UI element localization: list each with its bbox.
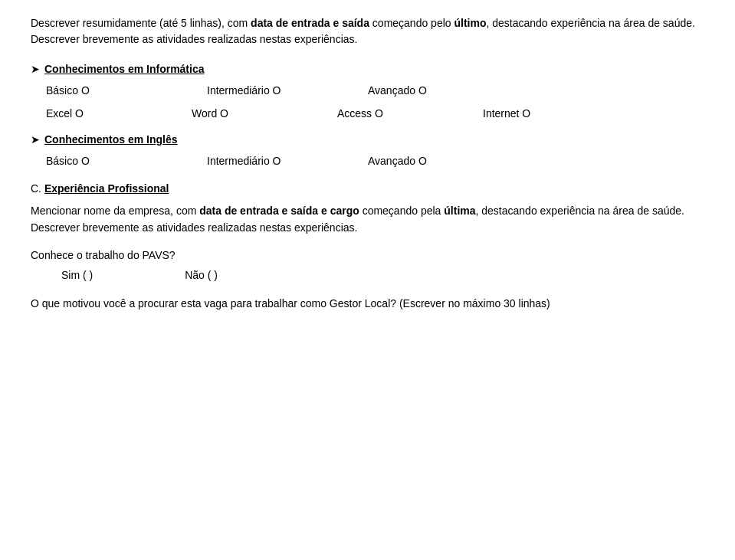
excel-item: Excel O	[46, 107, 161, 120]
section-c-heading: Experiência Profissional	[44, 182, 169, 195]
ingles-intermediario-label: Intermediário O	[207, 155, 281, 167]
section-c-title: C. Experiência Profissional	[31, 182, 704, 195]
section-c-label: C.	[31, 182, 44, 195]
intro-bold-2: último	[454, 17, 486, 29]
sim-item: Sim ( )	[61, 269, 93, 281]
software-row: Excel O Word O Access O Internet O	[31, 107, 704, 120]
ingles-heading-row: ➤ Conhecimentos em Inglês	[31, 133, 704, 146]
informatica-heading: Conhecimentos em Informática	[44, 63, 205, 75]
basico-item: Básico O	[46, 84, 161, 97]
exp-text-1: Mencionar nome da empresa, com	[31, 205, 199, 217]
sim-label: Sim ( )	[61, 269, 93, 281]
ingles-level-row: Básico O Intermediário O Avançado O	[31, 155, 704, 167]
section-c: C. Experiência Profissional	[31, 182, 704, 195]
excel-label: Excel O	[46, 107, 84, 120]
avancado-label: Avançado O	[368, 84, 427, 97]
ingles-basico-label: Básico O	[46, 155, 90, 167]
nao-label: Não ( )	[185, 269, 218, 281]
internet-item: Internet O	[483, 107, 598, 120]
informatica-level-row: Básico O Intermediário O Avançado O	[31, 84, 704, 97]
informatica-section: ➤ Conhecimentos em Informática Básico O …	[31, 63, 704, 120]
informatica-heading-row: ➤ Conhecimentos em Informática	[31, 63, 704, 75]
ingles-intermediario-item: Intermediário O	[207, 155, 322, 167]
intermediario-label: Intermediário O	[207, 84, 281, 97]
internet-label: Internet O	[483, 107, 530, 120]
intermediario-item: Intermediário O	[207, 84, 322, 97]
ingles-avancado-label: Avançado O	[368, 155, 427, 167]
nao-item: Não ( )	[185, 269, 218, 281]
ingles-section: ➤ Conhecimentos em Inglês Básico O Inter…	[31, 133, 704, 167]
ingles-basico-item: Básico O	[46, 155, 161, 167]
arrow-icon-ingles: ➤	[31, 133, 40, 146]
intro-bold-1: data de entrada e saída	[251, 17, 369, 29]
arrow-icon-informatica: ➤	[31, 63, 40, 75]
ingles-avancado-item: Avançado O	[368, 155, 483, 167]
pavs-question: Conhece o trabalho do PAVS?	[31, 249, 704, 261]
basico-label: Básico O	[46, 84, 90, 97]
intro-text-2: começando pelo	[369, 17, 454, 29]
access-item: Access O	[337, 107, 452, 120]
word-item: Word O	[192, 107, 307, 120]
experiencia-body: Mencionar nome da empresa, com data de e…	[31, 202, 704, 237]
pavs-question-text: Conhece o trabalho do PAVS?	[31, 249, 176, 261]
avancado-item: Avançado O	[368, 84, 483, 97]
word-label: Word O	[192, 107, 228, 120]
ingles-heading: Conhecimentos em Inglês	[44, 133, 177, 146]
sim-nao-row: Sim ( ) Não ( )	[31, 269, 704, 281]
intro-paragraph: Descrever resumidamente (até 5 linhas), …	[31, 15, 704, 47]
exp-bold-1: data de entrada e saída e cargo	[199, 205, 359, 217]
final-question: O que motivou você a procurar esta vaga …	[31, 295, 704, 312]
intro-text-1: Descrever resumidamente (até 5 linhas), …	[31, 17, 251, 29]
access-label: Access O	[337, 107, 383, 120]
exp-text-2: começando pela	[359, 205, 445, 217]
page-content: Descrever resumidamente (até 5 linhas), …	[31, 15, 704, 312]
final-question-text: O que motivou você a procurar esta vaga …	[31, 297, 550, 309]
exp-bold-2: última	[444, 205, 475, 217]
